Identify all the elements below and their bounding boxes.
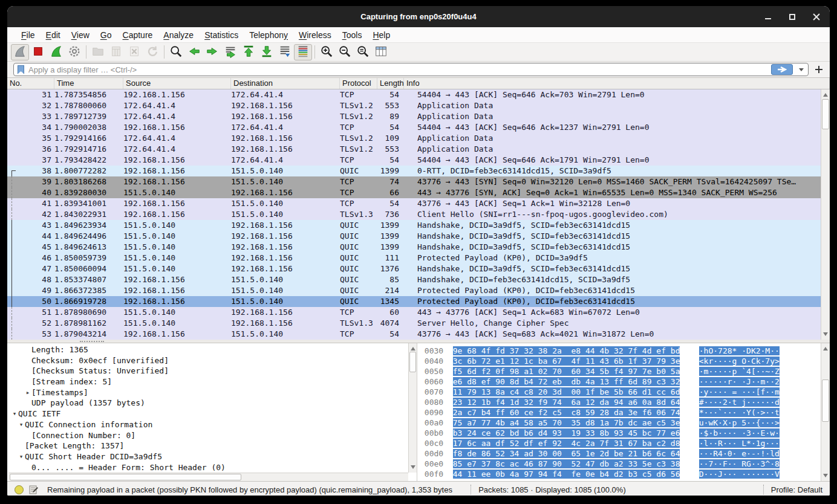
add-filter-button[interactable] — [813, 63, 825, 76]
packet-row-46[interactable]: 461.850059739151.5.0.140192.168.1.156QUI… — [7, 253, 821, 263]
menu-view[interactable]: View — [66, 28, 95, 42]
filter-dropdown-icon[interactable] — [799, 68, 804, 71]
packet-row-39[interactable]: 391.803186268192.168.1.156151.5.0.140TCP… — [7, 176, 821, 187]
minimize-icon[interactable] — [764, 13, 772, 21]
auto-scroll-button[interactable] — [276, 44, 294, 60]
packet-row-36[interactable]: 361.792914716172.64.41.4192.168.1.156TLS… — [7, 144, 821, 155]
file-save-button[interactable] — [107, 44, 125, 60]
packet-row-53[interactable]: 531.879043214192.168.1.156151.5.0.140TCP… — [7, 329, 821, 340]
packet-row-48[interactable]: 481.853374807192.168.1.156151.5.0.140QUI… — [7, 274, 821, 285]
packet-row-51[interactable]: 511.878980690151.5.0.140192.168.1.156TCP… — [7, 307, 821, 318]
packet-row-41[interactable]: 411.839341001192.168.1.156151.5.0.140TCP… — [7, 198, 821, 209]
zoom-out-button[interactable] — [336, 44, 354, 60]
expander-open-icon[interactable]: ▾ — [18, 451, 25, 462]
expander-open-icon[interactable]: ▾ — [18, 419, 25, 430]
column-header-destination[interactable]: Destination — [231, 78, 340, 89]
column-header-no[interactable]: No. — [7, 78, 54, 89]
menu-wireless[interactable]: Wireless — [293, 28, 337, 42]
hex-row-00c0[interactable]: 00c0 17 6c aa df 52 df ef 92 4c 2a 7f 31… — [420, 438, 820, 448]
detail-tree-item[interactable]: ▾QUIC Short Header DCID=3a9df5 — [8, 451, 408, 462]
packet-row-35[interactable]: 351.792914166172.64.41.4192.168.1.156TLS… — [7, 133, 821, 144]
go-previous-button[interactable] — [185, 44, 203, 60]
hex-row-0050[interactable]: 0050 f5 6d f2 0f 98 a1 02 70 60 34 5b f4… — [420, 366, 820, 376]
expert-info-icon[interactable] — [15, 485, 24, 494]
expander-closed-icon[interactable]: ▸ — [24, 387, 31, 398]
packet-row-44[interactable]: 441.849624496151.5.0.140192.168.1.156QUI… — [7, 231, 821, 242]
packet-row-34[interactable]: 341.790002038192.168.1.156172.64.41.4TCP… — [7, 122, 821, 133]
resize-columns-button[interactable] — [372, 44, 390, 60]
detail-tree-item[interactable]: [Packet Length: 1357] — [8, 441, 408, 451]
packet-row-33[interactable]: 331.789712739172.64.41.4192.168.1.156TLS… — [7, 111, 821, 122]
detail-tree-item[interactable]: Checksum: 0x0ecf [unverified] — [8, 355, 408, 366]
profile-text[interactable]: Profile: Default — [771, 485, 822, 494]
detail-tree-item[interactable]: ▾QUIC IETF — [8, 409, 408, 419]
file-close-button[interactable] — [125, 44, 143, 60]
go-next-button[interactable] — [203, 44, 221, 60]
packet-row-49[interactable]: 491.866372385192.168.1.156151.5.0.140QUI… — [7, 285, 821, 296]
column-header-length[interactable]: Length — [377, 78, 404, 89]
menu-help[interactable]: Help — [367, 28, 396, 42]
apply-filter-button[interactable] — [771, 64, 793, 75]
menu-edit[interactable]: Edit — [41, 28, 66, 42]
zoom-in-button[interactable] — [318, 44, 336, 60]
scrollbar-thumb[interactable] — [409, 352, 416, 372]
detail-horizontal-scrollbar[interactable] — [8, 473, 408, 481]
packet-list-scrollbar[interactable] — [821, 89, 830, 340]
hex-row-0060[interactable]: 0060 e6 d8 ef 90 8d b4 72 eb db 4a 13 ff… — [420, 376, 820, 387]
menu-statistics[interactable]: Statistics — [199, 28, 244, 42]
scrollbar-thumb[interactable] — [822, 99, 829, 129]
packet-row-52[interactable]: 521.878981162151.5.0.140192.168.1.156TLS… — [7, 318, 821, 329]
hex-row-0090[interactable]: 0090 2a c7 b4 ff 60 ce f2 c5 c8 59 28 da… — [420, 407, 820, 418]
packet-row-32[interactable]: 321.787800060172.64.41.4192.168.1.156TLS… — [7, 100, 821, 111]
expander-open-icon[interactable]: ▾ — [11, 409, 18, 419]
detail-vertical-scrollbar[interactable] — [408, 343, 417, 473]
menu-analyze[interactable]: Analyze — [158, 28, 199, 42]
menu-telephony[interactable]: Telephony — [244, 28, 293, 42]
hex-row-00d0[interactable]: 00d0 f8 de 86 52 34 ad 30 00 65 1e 2d be… — [420, 448, 820, 459]
scrollbar-thumb[interactable] — [10, 474, 241, 480]
capture-stop-button[interactable] — [29, 44, 47, 60]
packet-row-42[interactable]: 421.843022931192.168.1.156151.5.0.140TLS… — [7, 209, 821, 220]
column-header-info[interactable]: Info — [404, 78, 830, 89]
capture-start-button[interactable] — [11, 44, 29, 60]
detail-tree-item[interactable]: [Connection Number: 0] — [8, 430, 408, 441]
packet-row-31[interactable]: 311.787354856192.168.1.156172.64.41.4TCP… — [7, 89, 821, 100]
find-packet-button[interactable] — [167, 44, 185, 60]
scroll-up-icon[interactable] — [411, 347, 415, 351]
detail-tree-item[interactable]: UDP payload (1357 bytes) — [8, 398, 408, 409]
menu-tools[interactable]: Tools — [337, 28, 368, 42]
maximize-icon[interactable] — [789, 13, 796, 21]
display-filter-box[interactable] — [13, 63, 809, 76]
hex-row-00a0[interactable]: 00a0 75 a7 77 4b a4 58 a5 70 35 d8 1a 7b… — [420, 418, 820, 428]
packet-row-38[interactable]: 381.800772282192.168.1.156151.5.0.140QUI… — [7, 166, 821, 176]
scroll-down-icon[interactable] — [823, 332, 828, 336]
scroll-up-icon[interactable] — [823, 347, 828, 351]
hex-row-0040[interactable]: 0040 3c 6b 72 e1 12 1c ba 67 4f 11 43 6b… — [420, 356, 820, 366]
detail-tree-item[interactable]: Length: 1365 — [8, 344, 408, 355]
splitter-grip-icon[interactable] — [80, 341, 104, 342]
hex-row-0030[interactable]: 0030 9e 68 4f fd 37 32 38 2a e8 44 4b 32… — [420, 346, 820, 356]
capture-comment-icon[interactable] — [29, 485, 39, 494]
file-open-button[interactable] — [89, 44, 107, 60]
go-first-button[interactable] — [239, 44, 258, 60]
hex-row-00f0[interactable]: 00f0 44 11 ee 0b 4a 97 94 f4 fe 0e b4 d2… — [420, 469, 820, 479]
bookmark-icon[interactable] — [18, 65, 24, 74]
menu-go[interactable]: Go — [95, 28, 117, 42]
detail-tree-item[interactable]: ▸[Timestamps] — [8, 387, 408, 398]
go-last-button[interactable] — [258, 44, 276, 60]
menu-file[interactable]: File — [16, 28, 41, 42]
detail-tree-item[interactable]: [Checksum Status: Unverified] — [8, 366, 408, 376]
detail-tree-item[interactable]: ▾QUIC Connection information — [8, 419, 408, 430]
column-header-protocol[interactable]: Protocol — [340, 78, 377, 89]
hex-row-0070[interactable]: 0070 11 79 13 8a c4 c8 20 3d 00 1f be 5b… — [420, 387, 820, 397]
packet-row-37[interactable]: 371.793428422192.168.1.156172.64.41.4TCP… — [7, 155, 821, 166]
hex-row-0080[interactable]: 0080 23 12 1b f4 1d 32 f9 74 6a 12 da 94… — [420, 397, 820, 407]
packet-row-47[interactable]: 471.850060094151.5.0.140192.168.1.156QUI… — [7, 263, 821, 274]
column-header-source[interactable]: Source — [123, 78, 231, 89]
packet-row-50[interactable]: 501.866919728192.168.1.156151.5.0.140QUI… — [7, 296, 821, 307]
capture-options-button[interactable] — [65, 44, 83, 60]
column-header-time[interactable]: Time — [54, 78, 123, 89]
scroll-up-icon[interactable] — [823, 93, 828, 97]
detail-tree-item[interactable]: 0... .... = Header Form: Short Header (0… — [8, 462, 408, 473]
capture-restart-button[interactable] — [47, 44, 65, 60]
